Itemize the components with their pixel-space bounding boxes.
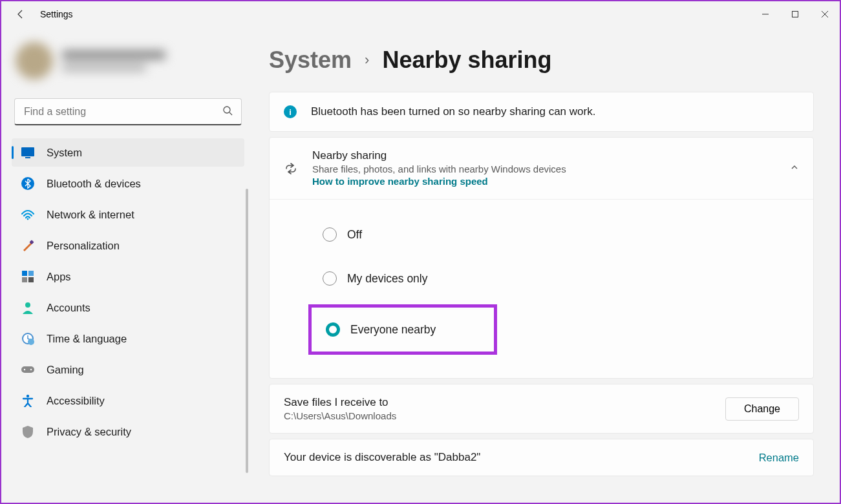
expander-header[interactable]: Nearby sharing Share files, photos, and …	[270, 138, 813, 199]
svg-point-7	[27, 218, 29, 220]
gaming-icon	[21, 362, 35, 377]
svg-rect-12	[28, 277, 34, 282]
svg-rect-5	[25, 157, 30, 158]
radio-label: Off	[347, 228, 362, 242]
sidebar-item-label: Time & language	[47, 333, 127, 345]
highlight-annotation: Everyone nearby	[308, 304, 497, 355]
sidebar: System Bluetooth & devices Network & int…	[1, 27, 255, 503]
svg-line-3	[229, 112, 232, 115]
change-button[interactable]: Change	[725, 397, 799, 421]
main-content: System › Nearby sharing i Bluetooth has …	[255, 27, 840, 503]
svg-point-19	[27, 395, 29, 397]
accessibility-icon	[21, 394, 35, 408]
sidebar-item-gaming[interactable]: Gaming	[12, 355, 244, 384]
sidebar-item-label: Gaming	[47, 364, 84, 376]
svg-rect-16	[21, 366, 34, 373]
sidebar-item-label: Privacy & security	[47, 426, 131, 438]
paint-icon	[21, 238, 35, 253]
discoverable-text: Your device is discoverable as "Dabba2"	[284, 451, 759, 464]
search-icon	[222, 105, 233, 118]
sidebar-item-label: Bluetooth & devices	[47, 178, 141, 190]
radio-group: Off My devices only Everyone nearby	[270, 199, 813, 378]
sidebar-item-accessibility[interactable]: Accessibility	[12, 386, 244, 415]
svg-point-13	[25, 302, 30, 308]
privacy-icon	[21, 425, 35, 439]
chevron-up-icon[interactable]	[790, 163, 799, 174]
radio-icon-selected	[326, 322, 340, 337]
titlebar: Settings	[1, 1, 840, 27]
sidebar-item-privacy[interactable]: Privacy & security	[12, 417, 244, 446]
chevron-right-icon: ›	[365, 52, 369, 68]
system-icon	[21, 145, 35, 160]
save-location-row[interactable]: Save files I receive to C:\Users\Asus\Do…	[269, 384, 814, 434]
rename-link[interactable]: Rename	[759, 452, 799, 464]
sidebar-item-system[interactable]: System	[12, 138, 244, 167]
info-text: Bluetooth has been turned on so nearby s…	[311, 105, 595, 118]
save-location-path: C:\Users\Asus\Downloads	[284, 410, 725, 421]
wifi-icon	[21, 207, 35, 222]
improve-speed-link[interactable]: How to improve nearby sharing speed	[312, 176, 488, 187]
sidebar-scrollbar[interactable]	[246, 189, 248, 473]
info-icon: i	[284, 105, 297, 118]
radio-icon	[323, 227, 337, 242]
minimize-button[interactable]	[751, 4, 780, 25]
back-button[interactable]	[8, 1, 34, 27]
expander-subtitle: Share files, photos, and links with near…	[312, 163, 776, 174]
svg-rect-10	[28, 271, 34, 276]
avatar	[16, 42, 53, 79]
window-controls	[751, 4, 840, 25]
sidebar-item-network[interactable]: Network & internet	[12, 200, 244, 229]
svg-rect-1	[793, 12, 798, 17]
svg-rect-11	[22, 277, 27, 282]
sidebar-item-label: Network & internet	[47, 209, 134, 221]
breadcrumb: System › Nearby sharing	[269, 47, 814, 74]
sidebar-item-label: Personalization	[47, 240, 120, 252]
breadcrumb-parent[interactable]: System	[269, 47, 352, 74]
radio-off[interactable]: Off	[308, 213, 813, 257]
nav-list: System Bluetooth & devices Network & int…	[12, 136, 244, 503]
svg-point-17	[24, 369, 25, 370]
search-container	[14, 98, 242, 125]
sidebar-item-label: Accounts	[47, 302, 90, 314]
profile-block[interactable]	[12, 35, 244, 93]
radio-icon	[323, 271, 337, 286]
time-icon	[21, 331, 35, 346]
radio-everyone[interactable]: Everyone nearby	[312, 308, 494, 352]
radio-my-devices[interactable]: My devices only	[308, 257, 813, 300]
bluetooth-icon	[21, 176, 35, 191]
svg-point-2	[224, 107, 230, 113]
sidebar-item-apps[interactable]: Apps	[12, 262, 244, 291]
svg-point-15	[28, 339, 34, 345]
radio-label: My devices only	[347, 272, 428, 286]
info-banner: i Bluetooth has been turned on so nearby…	[269, 92, 814, 132]
sidebar-item-bluetooth[interactable]: Bluetooth & devices	[12, 169, 244, 198]
sidebar-item-label: Accessibility	[47, 395, 105, 407]
sidebar-item-personalization[interactable]: Personalization	[12, 231, 244, 260]
radio-label: Everyone nearby	[350, 323, 436, 337]
window-title: Settings	[40, 9, 73, 19]
save-location-title: Save files I receive to	[284, 396, 725, 409]
expander-title: Nearby sharing	[312, 149, 776, 162]
apps-icon	[21, 269, 35, 284]
sidebar-item-label: System	[47, 147, 82, 159]
nearby-sharing-expander: Nearby sharing Share files, photos, and …	[269, 137, 814, 379]
sidebar-item-time[interactable]: Time & language	[12, 324, 244, 353]
discoverable-row[interactable]: Your device is discoverable as "Dabba2" …	[269, 439, 814, 476]
svg-point-18	[30, 369, 32, 370]
search-input[interactable]	[14, 98, 242, 125]
maximize-button[interactable]	[780, 4, 810, 25]
page-title: Nearby sharing	[382, 47, 551, 74]
sidebar-item-accounts[interactable]: Accounts	[12, 293, 244, 322]
share-icon	[284, 162, 298, 176]
close-button[interactable]	[810, 4, 840, 25]
svg-rect-4	[21, 147, 34, 156]
svg-rect-9	[22, 271, 27, 276]
sidebar-item-label: Apps	[47, 271, 71, 283]
accounts-icon	[21, 300, 35, 315]
